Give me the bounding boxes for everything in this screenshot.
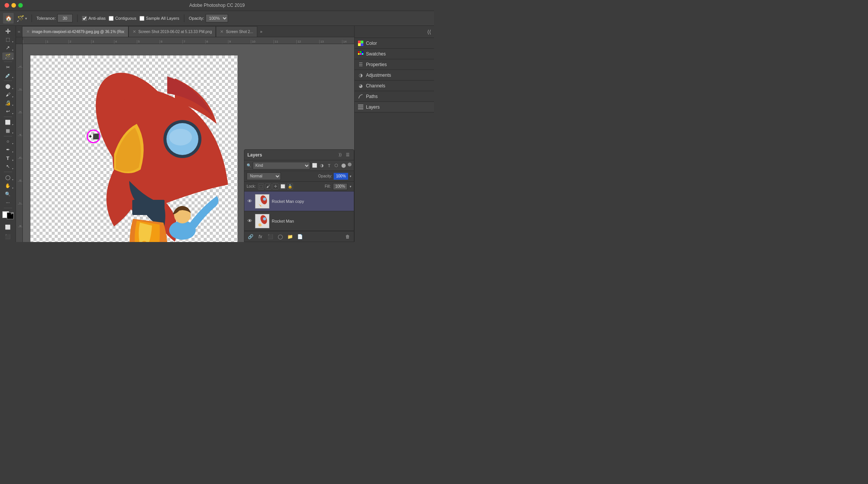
minimize-button[interactable] xyxy=(11,3,16,8)
tab-screenshot-1[interactable]: ✕ Screen Shot 2019-06-02 at 5.13.33 PM.p… xyxy=(128,26,216,37)
floating-layers-menu[interactable]: ☰ xyxy=(345,152,351,158)
swap-colors-icon[interactable]: ⇄ xyxy=(11,211,14,215)
layer-fx-button[interactable]: fx xyxy=(257,233,264,240)
lock-all-btn[interactable]: 🔒 xyxy=(287,183,293,190)
canvas-document-area[interactable]: ✦⬛ Layers ⟩⟩ ☰ 🔍 Kind xyxy=(23,44,354,242)
tick-6: 6 xyxy=(160,40,182,44)
kind-select[interactable]: Kind xyxy=(253,162,310,169)
pen-tool[interactable]: ✒▾ xyxy=(2,146,14,153)
opacity-select[interactable]: 100% 75% 50% xyxy=(206,14,228,22)
tab-close-0[interactable]: ✕ xyxy=(26,29,30,34)
layer-item-rocket-man[interactable]: 👁 Rocket Man xyxy=(244,211,354,231)
opacity-label-layers: Opacity: xyxy=(318,174,332,178)
panel-section-color[interactable]: Color xyxy=(355,38,434,49)
layer-item-rocket-man-copy[interactable]: 👁 Rocket Man copy xyxy=(244,191,354,211)
panel-section-swatches[interactable]: Swatches xyxy=(355,49,434,59)
panel-collapse-btn[interactable]: ⟨⟨ xyxy=(427,29,431,35)
svg-rect-16 xyxy=(361,41,363,43)
sample-all-layers-group: Sample All Layers xyxy=(139,16,179,21)
tabs-more-button[interactable]: » xyxy=(257,26,265,37)
quick-mask-btn[interactable]: ⬜ xyxy=(2,222,14,232)
eraser-tool[interactable]: ⬜▾ xyxy=(2,119,14,126)
layer-visibility-0[interactable]: 👁 xyxy=(247,198,253,204)
sample-all-layers-checkbox[interactable] xyxy=(139,16,144,21)
panel-section-channels[interactable]: ◕ Channels xyxy=(355,81,434,91)
tab-image-rawpixel[interactable]: ✕ image-from-rawpixel-id-424879-jpeg.jpg… xyxy=(22,26,128,37)
maximize-button[interactable] xyxy=(18,3,23,8)
adjustment-layer-button[interactable]: ⬛ xyxy=(266,233,274,240)
extras-tool[interactable]: ··· xyxy=(2,199,14,206)
new-group-button[interactable]: 📁 xyxy=(286,233,294,240)
filter-adjustment-btn[interactable]: ◑ xyxy=(319,163,325,169)
type-tool[interactable]: T▾ xyxy=(2,154,14,162)
hand-tool[interactable]: ✋▾ xyxy=(2,182,14,190)
svg-rect-22 xyxy=(360,53,361,55)
search-icon: 🔍 xyxy=(247,163,251,168)
lock-transparent-btn[interactable]: ⬚ xyxy=(258,183,264,190)
delete-layer-button[interactable]: 🗑 xyxy=(344,233,352,240)
lasso-tool[interactable]: ↗▾ xyxy=(2,44,14,52)
filter-type-btn[interactable]: T xyxy=(326,163,332,169)
filter-smart-btn[interactable]: ⬤ xyxy=(341,163,347,169)
layer-mask-button[interactable]: ◯ xyxy=(276,233,284,240)
spot-heal-tool[interactable]: ⬤▾ xyxy=(2,82,14,90)
tool-separator-3 xyxy=(4,117,12,117)
fill-dropdown-icon[interactable]: ▾ xyxy=(350,185,352,188)
vtick-3: 3 xyxy=(18,90,22,113)
move-tool[interactable] xyxy=(2,27,14,35)
tolerance-input[interactable] xyxy=(57,14,73,22)
tab-close-1[interactable]: ✕ xyxy=(133,29,136,34)
crop-tool[interactable]: ✂ xyxy=(2,63,14,71)
close-button[interactable] xyxy=(5,3,9,8)
layer-visibility-1[interactable]: 👁 xyxy=(247,218,253,224)
tick-2: 2 xyxy=(68,40,91,44)
lock-artboard-btn[interactable]: ⬜ xyxy=(280,183,286,190)
opacity-dropdown-icon[interactable]: ▾ xyxy=(350,174,352,178)
quick-mask-button[interactable]: ⬜ xyxy=(2,222,14,232)
panel-section-paths[interactable]: Paths xyxy=(355,91,434,102)
lock-image-btn[interactable]: 🖌 xyxy=(265,183,271,190)
opacity-input-layers[interactable] xyxy=(334,173,348,180)
link-layers-button[interactable]: 🔗 xyxy=(247,233,254,240)
document-canvas[interactable]: ✦⬛ xyxy=(30,55,238,242)
filter-pixel-btn[interactable]: ⬜ xyxy=(312,163,318,169)
tick-0 xyxy=(23,40,46,44)
lock-position-btn[interactable]: ✛ xyxy=(272,183,279,190)
tab-label-2: Screen Shot 2... xyxy=(226,30,253,34)
magic-wand-tool active[interactable]: 🪄▾ xyxy=(2,52,14,60)
path-select-tool[interactable]: ↖▾ xyxy=(2,163,14,170)
filter-shape-btn[interactable]: ⬡ xyxy=(333,163,339,169)
shape-tool[interactable]: ◯▾ xyxy=(2,174,14,181)
eyedropper-tool[interactable]: 💉▾ xyxy=(2,72,14,79)
screen-mode-button[interactable]: ⬛ xyxy=(2,233,14,240)
fill-input[interactable] xyxy=(333,183,347,190)
history-brush-tool[interactable]: ↩▾ xyxy=(2,108,14,115)
panel-section-properties[interactable]: ☰ Properties xyxy=(355,59,434,70)
gradient-tool[interactable]: ▦▾ xyxy=(2,127,14,134)
layers-icon xyxy=(358,104,364,110)
tick-8: 8 xyxy=(205,40,228,44)
floating-layers-title: Layers xyxy=(247,152,336,158)
new-layer-button[interactable]: 📄 xyxy=(296,233,304,240)
panel-section-adjustments[interactable]: ◑ Adjustments xyxy=(355,70,434,81)
svg-point-12 xyxy=(263,217,266,220)
brush-tool[interactable]: 🖌▾ xyxy=(2,91,14,98)
floating-layers-expand[interactable]: ⟩⟩ xyxy=(337,152,343,158)
dodge-tool[interactable]: ○▾ xyxy=(2,138,14,146)
anti-alias-checkbox[interactable] xyxy=(82,16,87,21)
home-button[interactable]: 🏠 xyxy=(3,13,14,24)
panel-section-layers[interactable]: Layers xyxy=(355,102,434,112)
select-tool[interactable]: ⬚▾ xyxy=(2,36,14,43)
stamp-tool[interactable]: 🔏▾ xyxy=(2,99,14,107)
color-panel-label: Color xyxy=(366,41,377,46)
contiguous-checkbox[interactable] xyxy=(109,16,114,21)
tab-label-1: Screen Shot 2019-06-02 at 5.13.33 PM.png xyxy=(138,30,212,34)
blend-mode-select[interactable]: Normal Multiply Screen xyxy=(247,172,281,180)
channels-panel-label: Channels xyxy=(366,83,385,89)
tab-screenshot-2[interactable]: ✕ Screen Shot 2... xyxy=(216,26,257,37)
tabs-prev-button[interactable]: ‹‹ xyxy=(16,26,22,37)
zoom-tool[interactable]: 🔍 xyxy=(2,190,14,198)
sample-all-layers-label: Sample All Layers xyxy=(146,16,179,21)
tab-close-2[interactable]: ✕ xyxy=(220,29,223,34)
properties-panel-label: Properties xyxy=(366,62,387,67)
